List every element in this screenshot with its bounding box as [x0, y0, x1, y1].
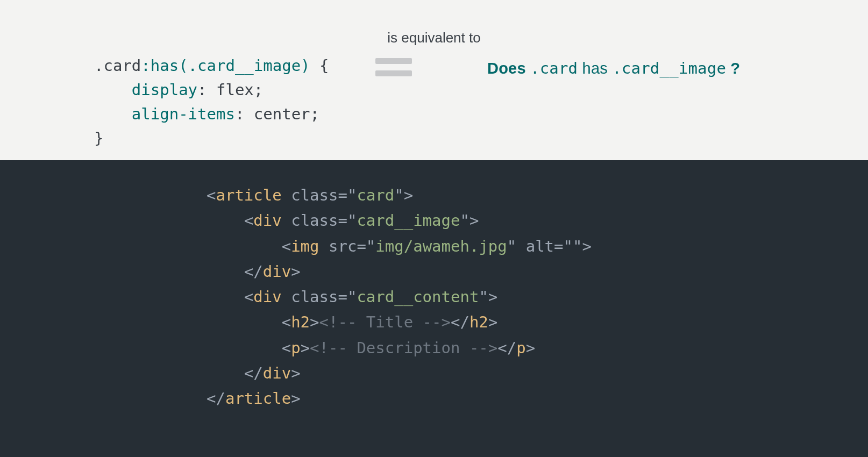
css-prop-display: display: [132, 81, 197, 99]
indent: [207, 288, 244, 306]
tag-article: article: [216, 186, 281, 204]
tag-h2: h2: [291, 313, 310, 331]
top-panel: is equivalent to .card:has(.card__image)…: [0, 0, 868, 160]
quote: ": [564, 237, 573, 255]
indent: [207, 237, 282, 255]
val-src: img/awameh.jpg: [375, 237, 507, 255]
val-card: card: [357, 186, 394, 204]
tag-img: img: [291, 237, 319, 255]
quote: ": [460, 211, 469, 230]
angle-close: >: [291, 389, 300, 408]
equivalence-label: is equivalent to: [0, 27, 868, 48]
angle-open: <: [244, 211, 253, 230]
indent: [207, 364, 244, 382]
equals-icon: [375, 58, 412, 76]
tag-div: div: [253, 211, 281, 230]
question-card: .card: [530, 59, 578, 77]
quote: ": [394, 186, 403, 204]
question-does: Does: [487, 60, 530, 77]
tag-div-close: div: [263, 364, 291, 382]
angle-open: </: [244, 364, 263, 382]
indent: [207, 313, 282, 331]
question-mark: ?: [726, 60, 740, 77]
angle-close: >: [488, 313, 497, 331]
quote: ": [347, 288, 357, 306]
angle-open: <: [282, 339, 291, 357]
css-prop-align: align-items: [132, 105, 235, 123]
css-value-center: : center;: [235, 105, 319, 123]
indent: [207, 262, 244, 281]
attr-alt: alt=: [526, 237, 564, 255]
tag-p: p: [291, 339, 300, 357]
space: [282, 186, 291, 204]
angle-close: >: [582, 237, 591, 255]
quote: ": [347, 211, 357, 230]
question-has: has: [578, 60, 612, 77]
angle-close: >: [291, 262, 300, 281]
attr-class: class=: [291, 211, 347, 230]
angle-open: </: [244, 262, 263, 281]
val-card-content: card__content: [357, 288, 479, 306]
angle-open: <: [244, 288, 253, 306]
css-value-flex: : flex;: [197, 81, 263, 99]
indent: [207, 339, 282, 357]
tag-p-close: p: [516, 339, 525, 357]
attr-class: class=: [291, 186, 347, 204]
angle-close: >: [291, 364, 300, 382]
angle-open: </: [207, 389, 225, 408]
quote: ": [366, 237, 375, 255]
tag-div: div: [253, 288, 281, 306]
indent: [207, 211, 244, 230]
comment-title: <!-- Title -->: [319, 313, 451, 331]
angle-open: <: [282, 313, 291, 331]
angle-open: </: [497, 339, 516, 357]
tag-h2-close: h2: [469, 313, 488, 331]
html-code-block: <article class="card"> <div class="card_…: [207, 183, 868, 411]
css-selector-card: .card: [94, 56, 141, 75]
quote: ": [573, 237, 582, 255]
comment-description: <!-- Description -->: [310, 339, 497, 357]
quote: ": [347, 186, 357, 204]
angle-open: <: [282, 237, 291, 255]
angle-close: >: [301, 339, 310, 357]
angle-open: </: [451, 313, 469, 331]
indent: [94, 81, 132, 99]
css-brace-close: }: [94, 129, 103, 147]
angle-close: >: [526, 339, 535, 357]
attr-class: class=: [291, 288, 347, 306]
angle-close: >: [310, 313, 319, 331]
angle-open: <: [207, 186, 216, 204]
space: [282, 288, 291, 306]
tag-div-close: div: [263, 262, 291, 281]
angle-close: >: [404, 186, 413, 204]
question-card-image: .card__image: [612, 59, 726, 77]
tag-article-close: article: [225, 389, 291, 408]
quote: ": [479, 288, 488, 306]
space: [282, 211, 291, 230]
quote: ": [507, 237, 516, 255]
question-text: Does .card has .card__image ?: [487, 56, 740, 81]
css-has-clause: :has(.card__image): [141, 56, 310, 75]
angle-close: >: [488, 288, 497, 306]
space: [319, 237, 329, 255]
css-brace-open: {: [310, 56, 329, 75]
val-card-image: card__image: [357, 211, 460, 230]
space: [516, 237, 525, 255]
indent: [94, 105, 132, 123]
attr-src: src=: [329, 237, 366, 255]
html-code-panel: <article class="card"> <div class="card_…: [0, 160, 868, 457]
css-code-block: .card:has(.card__image) { display: flex;…: [94, 54, 329, 151]
angle-close: >: [469, 211, 479, 230]
